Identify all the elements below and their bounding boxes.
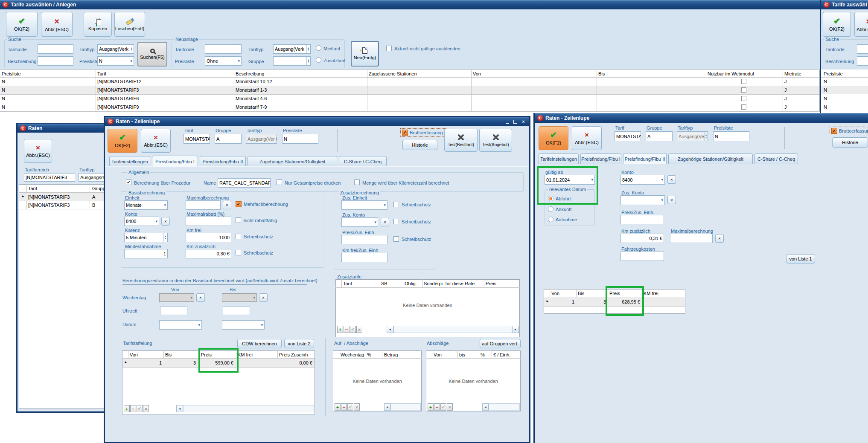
clear-x-button[interactable] [667, 196, 676, 204]
abfahrt-radio[interactable] [548, 196, 553, 201]
lupe2-preisliste-input[interactable]: N [713, 131, 749, 141]
lupe2-tarif-label: Tarif [615, 125, 624, 131]
zeilenlupe2-title: Raten - Zeilenlupe [545, 115, 589, 121]
x-icon [585, 131, 589, 139]
zeilenlupe2-titlebar: C Raten - Zeilenlupe [535, 113, 868, 123]
lupe2-tariftyp-label: Tariftyp [678, 125, 693, 131]
tab-tarifeinstellungen[interactable]: Tarifeinstellungen [539, 153, 579, 164]
app-logo-icon: C [537, 115, 543, 121]
spinner-icon [704, 132, 707, 141]
lupe2-zuskonto-dropdown[interactable] [620, 195, 665, 205]
clear-x-button[interactable] [667, 175, 676, 184]
lupe2-ok-button[interactable]: OK(F2) [539, 126, 568, 150]
gueltig-ab-dropdown[interactable]: 01.01.2024 [545, 175, 595, 185]
fahrzeugkosten-input[interactable] [620, 252, 664, 261]
check-icon [550, 131, 557, 139]
lupe2-preis-input[interactable] [620, 215, 664, 224]
chevron-down-icon [661, 198, 663, 202]
lupe2-preisliste-label: Preisliste [714, 125, 733, 131]
lupe2-maximalberechnung-input[interactable] [670, 234, 713, 243]
tab-preisfindung-fibu1[interactable]: Preisfindung/Fibu I [580, 153, 621, 164]
lupe2-cancel-button[interactable]: Abbr.(ESC) [572, 126, 602, 150]
l2-col-von: Von [551, 291, 559, 296]
lupe2-gruppe-label: Gruppe [647, 125, 662, 131]
tab-preisfindung-fibu2[interactable]: Preisfindung/Fibu II [623, 153, 667, 164]
bruttoerfassung-checkbox[interactable] [831, 128, 837, 134]
abfahrt-label: Abfahrt [556, 196, 571, 202]
chevron-down-icon [591, 178, 593, 182]
bruttoerfassung-label: Bruttoerfassung [839, 128, 868, 134]
clear-x-button[interactable] [715, 234, 724, 243]
lupe2-gruppe-input[interactable]: A [646, 131, 673, 141]
relevantes-datum-legend: relevantes Datum [548, 187, 587, 192]
l2-col-kmfrei: KM frei [644, 291, 658, 296]
l2-col-bis: Bis [578, 291, 584, 296]
aufnahme-label: Aufnahme [556, 217, 577, 223]
lupe2-tarif-input[interactable]: MONATSTAR [615, 131, 641, 141]
chevron-down-icon [661, 178, 663, 182]
desktop: C Tarife auswählen / Anlegen OK(F2) Abbr… [0, 0, 868, 443]
historie-button[interactable]: Historie [832, 137, 868, 148]
row-marker-icon [546, 299, 549, 304]
lupe2-tariftyp-spinner[interactable]: Ausgang(Ve [677, 131, 708, 141]
aufnahme-radio[interactable] [548, 217, 553, 222]
tab-stationen-gueltigkeit[interactable]: Zugehörige Stationen/Gültigkeit [668, 153, 753, 164]
von-liste1-button[interactable]: von Liste 1 [786, 254, 815, 263]
lupe2-kmzusaetzlich-input[interactable]: 0,31 € [620, 234, 664, 243]
ankunft-radio[interactable] [548, 206, 553, 212]
ankunft-label: Ankunft [556, 207, 571, 212]
l2-col-preis: Preis [609, 291, 620, 296]
zeilenlupe2-window: C Raten - Zeilenlupe OK(F2) Abbr.(ESC) T… [0, 0, 868, 443]
tab-cshare[interactable]: C-Share / C-Cheq [754, 153, 798, 164]
lupe2-konto-dropdown[interactable]: 8400 [620, 175, 665, 185]
